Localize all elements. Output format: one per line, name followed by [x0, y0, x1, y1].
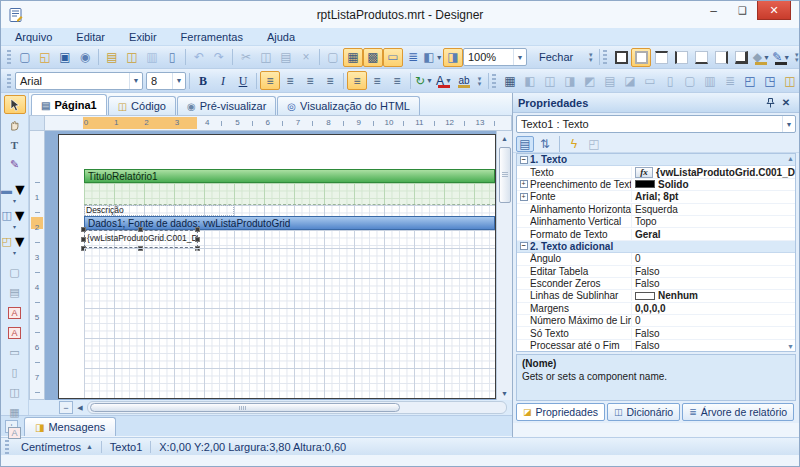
messages-tab[interactable]: ◨ Mensagens	[24, 417, 116, 436]
property-row[interactable]: Textofx{vwListaProdutoGrid.C001_Des	[517, 166, 795, 178]
tab-codigo[interactable]: ◫Código	[108, 96, 176, 115]
property-category[interactable]: −2. Texto adicional	[517, 241, 795, 253]
property-value[interactable]: 0	[632, 253, 795, 264]
page-component[interactable]: ▢	[4, 263, 26, 282]
property-row[interactable]: Ângulo0	[517, 253, 795, 265]
horizontal-scroll-track[interactable]	[87, 401, 507, 414]
dropdown-arrow-icon[interactable]: ▼	[12, 207, 28, 225]
text-highlight-icon[interactable]: ab	[454, 71, 474, 90]
panel-tab-arvorederelatorio[interactable]: ≣Árvore de relatório	[682, 403, 794, 421]
panel-tab-dicionario[interactable]: ◫Dicionário	[607, 403, 680, 421]
underline-icon[interactable]: U	[233, 71, 253, 90]
property-value[interactable]: Falso	[632, 278, 795, 289]
description-component[interactable]	[84, 205, 234, 216]
border-all-icon[interactable]	[611, 48, 631, 67]
tool-dropdown-icon[interactable]: ▾	[4, 251, 26, 257]
tool-dropdown-icon[interactable]: ▾	[4, 199, 26, 205]
panel-tab-propriedades[interactable]: ◪Propriedades	[516, 403, 605, 421]
valign-bottom-icon[interactable]: ≡	[387, 71, 407, 90]
property-row[interactable]: Só TextoFalso	[517, 327, 795, 339]
property-row[interactable]: Linhas de SublinharNenhum	[517, 290, 795, 302]
alphabetical-view-icon[interactable]: ⇅	[536, 136, 554, 152]
zoom-select[interactable]: 100%▼	[463, 48, 527, 66]
style-brush-tool[interactable]: ✎	[4, 155, 26, 174]
page-setup-icon[interactable]: ◉	[75, 48, 95, 67]
cross-band-tool[interactable]: ◫▼	[4, 206, 26, 225]
rich-text-component[interactable]: A	[4, 303, 26, 322]
dropdown-arrow-icon[interactable]: ▼	[445, 77, 452, 84]
property-row[interactable]: Processar até o FimFalso	[517, 340, 795, 352]
vertical-scrollbar[interactable]: ▲ ▼	[496, 131, 512, 400]
horizontal-scrollbar[interactable]: − ◀	[29, 400, 512, 415]
scroll-left-icon[interactable]: ◀	[73, 401, 87, 414]
collapse-ruler-button[interactable]: −	[59, 401, 73, 414]
property-row[interactable]: Esconder ZerosFalso	[517, 278, 795, 290]
component-tool[interactable]: ◰▼	[4, 232, 26, 251]
dropdown-arrow-icon[interactable]: ▼	[436, 54, 443, 61]
selection-handle[interactable]	[81, 227, 86, 232]
page-break-component[interactable]: ▯	[4, 363, 26, 382]
text-component[interactable]: ▤	[4, 283, 26, 302]
border-top-icon[interactable]	[651, 48, 671, 67]
italic-icon[interactable]: I	[213, 71, 233, 90]
description-row[interactable]: Descrição	[84, 205, 495, 216]
selection-handle[interactable]	[81, 237, 86, 242]
toolbar-overflow-icon[interactable]: ▾▾	[474, 72, 485, 90]
events-view-icon[interactable]: ϟ	[565, 136, 583, 152]
align-justify-icon[interactable]: ≡	[320, 71, 340, 90]
selection-handle[interactable]	[138, 227, 143, 232]
property-row[interactable]: Número Máximo de Linhas0	[517, 315, 795, 327]
maximize-button[interactable]: ❑	[728, 1, 757, 20]
property-value[interactable]: Solido	[632, 179, 795, 190]
tab-previsualizar[interactable]: ◉Pré-visualizar	[177, 96, 276, 115]
border-thick-icon[interactable]	[731, 48, 751, 67]
border-bottom-icon[interactable]	[691, 48, 711, 67]
property-value[interactable]: Topo	[632, 216, 795, 227]
menu-arquivo[interactable]: Arquivo	[15, 31, 52, 43]
scroll-down-icon[interactable]: ▼	[498, 386, 512, 400]
data-band-header[interactable]: Dados1; Fonte de dados: vwListaProdutoGr…	[84, 216, 495, 230]
close-panel-icon[interactable]: ✕	[778, 96, 794, 110]
grid-scroll-down-icon[interactable]: ▼	[787, 343, 794, 350]
data-band-area[interactable]: {vwListaProdutoGrid.C001_D	[84, 230, 495, 248]
tab-visualizacaodohtml[interactable]: ◎Visualização do HTML	[277, 96, 420, 115]
expand-icon[interactable]: +	[520, 193, 528, 201]
report-page[interactable]: TituloRelatório1 Descrição Dados1; Fonte…	[58, 134, 496, 399]
data-text-component[interactable]: A	[4, 423, 26, 442]
show-order-icon[interactable]: ▭	[383, 48, 403, 67]
fechar-button[interactable]: Fechar	[527, 48, 585, 67]
property-row[interactable]: Alinhamento VerticalTopo	[517, 216, 795, 228]
sub-report-component[interactable]: ◫	[4, 383, 26, 402]
property-value[interactable]: Geral	[632, 229, 795, 240]
dropdown-arrow-icon[interactable]: ▼	[763, 54, 770, 61]
align-left-icon[interactable]: ≡	[260, 71, 280, 90]
title-band-area[interactable]	[84, 183, 495, 205]
align-to-grid-icon[interactable]: ▩	[363, 48, 383, 67]
property-row[interactable]: Formato de TextoGeral	[517, 228, 795, 240]
collapse-icon[interactable]: −	[520, 242, 528, 250]
collapse-icon[interactable]: −	[520, 156, 528, 164]
align-grid-icon[interactable]: ▦	[500, 71, 520, 90]
band-tool[interactable]: ▬▼	[4, 180, 26, 199]
property-category[interactable]: −1. Texto	[517, 154, 795, 166]
show-grid-icon[interactable]: ▦	[343, 48, 363, 67]
new-document-icon[interactable]: ▢	[15, 48, 35, 67]
title-band-header[interactable]: TituloRelatório1	[84, 169, 495, 183]
font-size-select[interactable]: 8▼	[146, 72, 186, 90]
add-page-icon[interactable]: ◫	[122, 48, 142, 67]
close-button[interactable]: ✕	[757, 1, 791, 20]
send-to-back-icon[interactable]: ◳	[760, 71, 780, 90]
property-value[interactable]: Esquerda	[632, 204, 795, 215]
categorized-view-icon[interactable]: ▤	[516, 136, 534, 152]
component-selector[interactable]: Texto1 : Texto ▼	[516, 115, 796, 133]
window-options-icon[interactable]: ◧▼	[423, 48, 443, 67]
fill-color-icon[interactable]: ◆▼	[751, 48, 771, 67]
expand-icon[interactable]: +	[520, 180, 528, 188]
property-row[interactable]: Margens0,0,0,0	[517, 303, 795, 315]
pan-tool[interactable]	[4, 115, 26, 134]
dropdown-arrow-icon[interactable]: ▼	[426, 77, 433, 84]
table-component[interactable]: ▦	[4, 403, 26, 422]
expression-fx-icon[interactable]: fx	[635, 167, 653, 178]
minimize-button[interactable]: –	[699, 1, 728, 20]
bold-icon[interactable]: B	[193, 71, 213, 90]
